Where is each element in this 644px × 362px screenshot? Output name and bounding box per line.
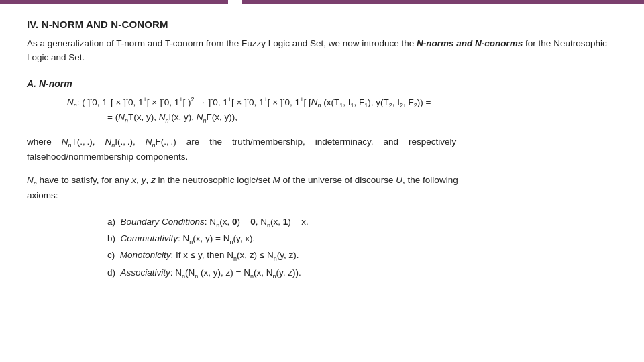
formula-block: Nn: ( ]-0, 1+[ × ]-0, 1+[ × ]-0, 1+[ )2 …: [67, 95, 617, 126]
subsection-title: A. N-norm: [27, 78, 617, 89]
top-bar: [0, 0, 644, 4]
top-bar-left: [0, 0, 228, 4]
falsehood-text: falsehood/nonmembership components.: [27, 152, 188, 162]
intro-paragraph: As a generalization of T-norm and T-cono…: [27, 37, 617, 65]
axioms-label: axioms:: [27, 190, 58, 200]
nn-satisfy-text: Nn have to satisfy, for any x, y, z in t…: [27, 174, 617, 203]
top-bar-right: [241, 0, 644, 4]
nn-satisfy-content: have to satisfy, for any x, y, z in the …: [40, 175, 458, 185]
axioms-block: a) Boundary Conditions: Nn(x, 0) = 0, Nn…: [107, 214, 617, 282]
main-content: IV. N-NORM AND N-CONORM As a generalizat…: [0, 4, 644, 295]
formula-line-2: = (NnT(x, y), NnI(x, y), NnF(x, y)),: [107, 110, 617, 125]
formula-line-1: Nn: ( ]-0, 1+[ × ]-0, 1+[ × ]-0, 1+[ )2 …: [67, 95, 617, 111]
axiom-d: d) Associativity: Nn(Nn (x, y), z) = Nn(…: [107, 265, 617, 282]
axiom-a: a) Boundary Conditions: Nn(x, 0) = 0, Nn…: [107, 214, 617, 231]
section-title: IV. N-NORM AND N-CONORM: [27, 19, 617, 30]
top-bar-gap: [228, 0, 241, 4]
axiom-c: c) Monotonicity: If x ≤ y, then Nn(x, z)…: [107, 247, 617, 264]
intro-text-start: As a generalization of T-norm and T-cono…: [27, 38, 414, 48]
axiom-b: b) Commutativity: Nn(x, y) = Nn(y, x).: [107, 231, 617, 247]
intro-bold-text: N-norms and N-conorms: [417, 38, 523, 48]
where-text: where NnT(., .), NnI(., .), NnF(., .) ar…: [27, 135, 617, 165]
